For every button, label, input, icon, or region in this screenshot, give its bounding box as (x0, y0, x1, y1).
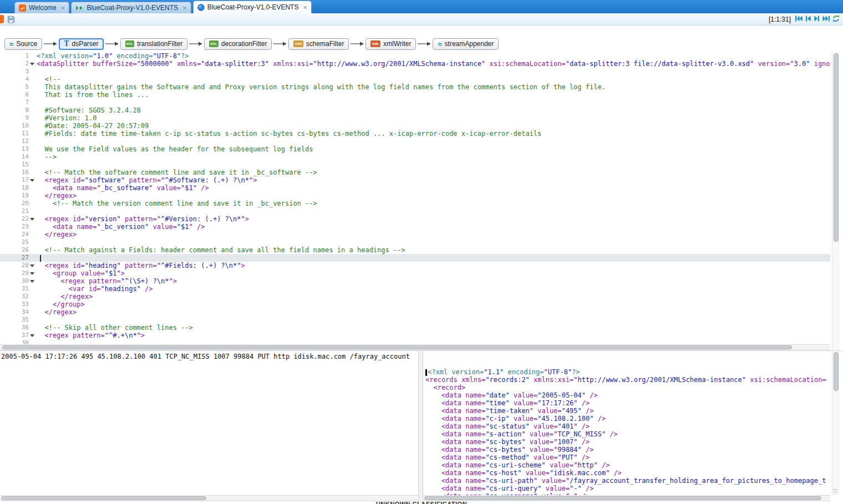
pipeline-element-streamAppender[interactable]: ≈streamAppender (433, 38, 499, 50)
input-pane[interactable]: 2005-05-04 17:17:26 495 45.108.2.100 401… (0, 351, 418, 495)
pipeline-element-decorationFilter[interactable]: XSLdecorationFilter (204, 38, 272, 50)
editor-line-3[interactable]: 3 (0, 68, 830, 75)
editor-line-14[interactable]: 14 --> (0, 153, 830, 161)
pipeline-element-Source[interactable]: ≈Source (4, 38, 42, 50)
step-back-icon[interactable] (803, 14, 812, 23)
editor-line-11[interactable]: 11 #Fields: date time time-taken c-ip sc… (0, 130, 830, 138)
output-line[interactable]: <data name="cs-method" value="PUT" /> (425, 454, 828, 461)
fold-toggle-icon[interactable] (30, 334, 34, 337)
editor-line-15[interactable]: 15 (0, 161, 830, 169)
editor-line-22[interactable]: 22 <regex id="version" pattern="^#Versio… (0, 215, 830, 223)
close-icon[interactable]: × (61, 4, 65, 12)
editor-line-33[interactable]: 33 </group> (0, 301, 830, 308)
pipeline-element-label: xmlWriter (383, 40, 411, 48)
editor-line-2[interactable]: 2<dataSplitter bufferSize="5000000" xmln… (0, 60, 830, 68)
scrollbar-thumb[interactable] (834, 53, 839, 242)
editor-line-23[interactable]: 23 <data name="_bc_version" value="$1" /… (0, 223, 830, 231)
output-line[interactable]: <data name="date" value="2005-05-04" /> (425, 391, 828, 399)
editor-line-9[interactable]: 9 #Version: 1.0 (0, 114, 830, 122)
output-line[interactable]: <data name="cs-uri-path" value="/fayray_… (425, 477, 828, 485)
editor-line-13[interactable]: 13 We use the Field values as the header… (0, 145, 830, 153)
editor-line-17[interactable]: 17 <regex id="software" pattern="^#Softw… (0, 176, 830, 184)
pipeline-element-schemaFilter[interactable]: XSDschemaFilter (288, 38, 349, 50)
tab[interactable]: Welcome× (14, 2, 69, 13)
editor-line-5[interactable]: 5 This datasplitter gains the Software a… (0, 83, 830, 91)
pipeline-link-arrow (417, 41, 431, 47)
editor-line-18[interactable]: 18 <data name="_bc_software" value="$1" … (0, 184, 830, 192)
line-number: 32 (0, 293, 34, 301)
scrollbar-thumb[interactable] (424, 496, 821, 500)
output-line[interactable]: <data name="cs-uri-query" value="-" /> (425, 485, 828, 492)
scrollbar-thumb[interactable] (834, 352, 839, 391)
pipeline-element-label: dsParser (72, 40, 99, 48)
refresh-icon[interactable] (831, 14, 841, 23)
editor-line-16[interactable]: 16 <!-- Match the software comment line … (0, 169, 830, 176)
editor-line-29[interactable]: 29 <group value="$1"> (0, 269, 830, 277)
editor-line-27[interactable]: 27 (0, 254, 830, 262)
output-line[interactable]: <record> (425, 384, 828, 391)
pane-splitter[interactable] (418, 351, 423, 504)
pipeline-element-translationFilter[interactable]: XSLtranslationFilter (120, 38, 188, 50)
close-icon[interactable]: × (303, 4, 307, 11)
output-line[interactable]: <data name="cs-bytes" value="99884" /> (425, 446, 828, 454)
scroll-down-icon[interactable]: ▽ (833, 488, 837, 494)
step-forward-icon[interactable] (812, 14, 822, 23)
editor-line-31[interactable]: 31 <var id="headings" /> (0, 285, 830, 293)
pipeline-element-xmlWriter[interactable]: XMLxmlWriter (365, 38, 416, 50)
line-number: 16 (0, 169, 34, 176)
editor-line-37[interactable]: 37 <regex pattern="^#.+\n*"> (0, 332, 830, 339)
code-editor[interactable]: 1<?xml version="1.0" encoding="UTF-8"?>2… (0, 52, 830, 344)
editor-line-24[interactable]: 24 </regex> (0, 231, 830, 238)
output-pane-content: <?xml version="1.1" encoding="UTF-8"?><r… (425, 368, 828, 495)
editor-line-8[interactable]: 8 #Software: SGOS 3.2.4.28 (0, 106, 830, 114)
editor-line-7[interactable]: 7 (0, 99, 830, 106)
editor-line-12[interactable]: 12 (0, 138, 830, 145)
editor-line-35[interactable]: 35 (0, 316, 830, 324)
output-line[interactable]: <data name="c-ip" value="45.108.2.100" /… (425, 415, 828, 422)
tab[interactable]: BlueCoat-Proxy-V1.0-EVENTS× (71, 2, 191, 13)
editor-line-30[interactable]: 30 <regex pattern="^(\S+) ?\n*"> (0, 277, 830, 285)
editor-line-26[interactable]: 26 <!-- Match against a Fields: header c… (0, 246, 830, 254)
output-pane[interactable]: <?xml version="1.1" encoding="UTF-8"?><r… (423, 351, 830, 495)
output-line[interactable]: <data name="time" value="17:17:26" /> (425, 399, 828, 407)
editor-line-21[interactable]: 21 (0, 207, 830, 215)
fold-toggle-icon[interactable] (30, 179, 34, 182)
fold-toggle-icon[interactable] (30, 218, 34, 221)
output-vertical-scrollbar[interactable]: ▽ (832, 351, 840, 495)
scrollbar-thumb[interactable] (1, 496, 206, 500)
fold-toggle-icon[interactable] (30, 272, 34, 275)
go-to-last-icon[interactable] (822, 14, 831, 23)
save-button[interactable] (7, 16, 15, 23)
editor-line-10[interactable]: 10 #Date: 2005-04-27 20:57:09 (0, 122, 830, 130)
editor-line-25[interactable]: 25 (0, 238, 830, 246)
output-line[interactable]: <data name="sc-status" value="401" /> (425, 422, 828, 430)
fold-toggle-icon[interactable] (30, 264, 34, 267)
editor-line-28[interactable]: 28 <regex id="heading" pattern="^#Fields… (0, 262, 830, 269)
output-line[interactable]: <records xmlns="records:2" xmlns:xsi="ht… (425, 376, 828, 384)
pipeline-element-dsParser[interactable]: TdsParser (59, 38, 103, 50)
close-icon[interactable]: × (182, 4, 187, 12)
go-to-first-icon[interactable] (794, 14, 803, 23)
editor-horizontal-scrollbar[interactable] (0, 344, 830, 350)
output-line[interactable]: <data name="s-action" value="TCP_NC_MISS… (425, 430, 828, 438)
editor-line-4[interactable]: 4 <!-- (0, 75, 830, 83)
editor-line-32[interactable]: 32 </regex> (0, 293, 830, 301)
input-line[interactable]: 2005-05-04 17:17:26 495 45.108.2.100 401… (1, 353, 417, 360)
editor-line-1[interactable]: 1<?xml version="1.0" encoding="UTF-8"?> (0, 52, 830, 60)
tab-active[interactable]: BlueCoat-Proxy-V1.0-EVENTS× (193, 1, 312, 13)
output-line[interactable]: <?xml version="1.1" encoding="UTF-8"?> (425, 368, 828, 376)
editor-line-38[interactable]: 38 (0, 339, 830, 344)
editor-vertical-scrollbar[interactable] (832, 52, 840, 350)
editor-line-6[interactable]: 6 That is from the lines ... (0, 91, 830, 99)
fold-toggle-icon[interactable] (30, 63, 34, 65)
output-line[interactable]: <data name="sc-bytes" value="1007" /> (425, 438, 828, 446)
editor-line-20[interactable]: 20 <!-- Match the version comment line a… (0, 200, 830, 207)
output-line[interactable]: <data name="time-taken" value="495" /> (425, 407, 828, 415)
fold-toggle-icon[interactable] (30, 280, 34, 283)
editor-line-36[interactable]: 36 <!-- Skip all other comment lines --> (0, 324, 830, 332)
editor-line-34[interactable]: 34 </regex> (0, 308, 830, 316)
output-line[interactable]: <data name="cs-uri-scheme" value="http" … (425, 461, 828, 469)
scrollbar-thumb[interactable] (2, 345, 792, 349)
output-line[interactable]: <data name="cs-host" value="idisk.mac.co… (425, 469, 828, 477)
editor-line-19[interactable]: 19 </regex> (0, 192, 830, 200)
